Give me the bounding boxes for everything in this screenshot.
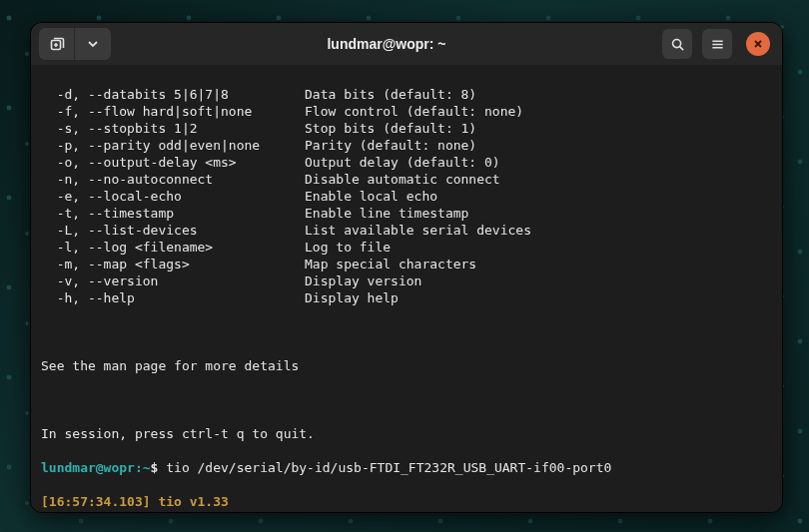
help-option-desc: Stop bits (default: 1) — [305, 120, 476, 137]
help-option-desc: Disable automatic connect — [305, 171, 500, 188]
help-option-row: -t, --timestampEnable line timestamp — [41, 205, 772, 222]
help-option-flag: -n, --no-autoconnect — [41, 171, 305, 188]
help-option-desc: Display version — [305, 272, 421, 289]
new-tab-button[interactable] — [39, 28, 75, 60]
help-option-flag: -o, --output-delay <ms> — [41, 154, 305, 171]
help-option-flag: -l, --log <filename> — [41, 239, 305, 256]
help-option-flag: -v, --version — [41, 272, 305, 289]
tio-version-line: [16:57:34.103] tio v1.33 — [41, 493, 772, 510]
terminal-window: lundmar@wopr: ~ -d, --databits 5|6|7|8Da — [30, 22, 783, 513]
search-button[interactable] — [662, 29, 692, 59]
tab-controls — [39, 28, 111, 60]
help-option-desc: Display help — [305, 289, 399, 306]
help-option-flag: -m, --map <flags> — [41, 256, 305, 272]
help-option-desc: Enable line timestamp — [305, 205, 468, 222]
help-option-row: -h, --helpDisplay help — [41, 289, 772, 306]
close-button[interactable] — [746, 32, 770, 56]
titlebar-right — [662, 29, 774, 59]
help-footer-1: See the man page for more details — [41, 357, 772, 374]
tab-dropdown-button[interactable] — [75, 28, 111, 60]
help-option-row: -e, --local-echoEnable local echo — [41, 188, 772, 205]
help-footer-2: In session, press ctrl-t q to quit. — [41, 425, 772, 442]
new-tab-icon — [49, 36, 65, 52]
help-option-desc: Enable local echo — [305, 188, 437, 205]
help-option-row: -f, --flow hard|soft|noneFlow control (d… — [41, 103, 772, 120]
help-option-desc: Output delay (default: 0) — [305, 154, 500, 171]
prompt-line: lundmar@wopr:~$ tio /dev/serial/by-id/us… — [41, 459, 772, 476]
svg-point-1 — [672, 39, 680, 47]
help-option-row: -l, --log <filename>Log to file — [41, 239, 772, 256]
menu-button[interactable] — [702, 29, 732, 59]
help-option-flag: -L, --list-devices — [41, 222, 305, 239]
help-option-desc: Parity (default: none) — [305, 137, 476, 154]
prompt-path: ~ — [143, 460, 151, 475]
terminal-content[interactable]: -d, --databits 5|6|7|8Data bits (default… — [31, 65, 782, 512]
help-option-desc: Map special characters — [305, 256, 476, 272]
window-title: lundmar@wopr: ~ — [117, 36, 656, 52]
hamburger-icon — [710, 37, 725, 52]
help-option-row: -m, --map <flags>Map special characters — [41, 256, 772, 272]
help-option-flag: -t, --timestamp — [41, 205, 305, 222]
help-option-row: -s, --stopbits 1|2Stop bits (default: 1) — [41, 120, 772, 137]
help-option-row: -p, --parity odd|even|noneParity (defaul… — [41, 137, 772, 154]
search-icon — [670, 37, 685, 52]
help-option-desc: List available serial devices — [305, 222, 531, 239]
help-option-flag: -e, --local-echo — [41, 188, 305, 205]
help-option-row: -L, --list-devicesList available serial … — [41, 222, 772, 239]
help-option-flag: -f, --flow hard|soft|none — [41, 103, 305, 120]
chevron-down-icon — [87, 38, 99, 50]
prompt-command: tio /dev/serial/by-id/usb-FTDI_FT232R_US… — [158, 460, 611, 475]
help-option-desc: Data bits (default: 8) — [305, 86, 476, 103]
help-option-row: -v, --versionDisplay version — [41, 272, 772, 289]
help-options: -d, --databits 5|6|7|8Data bits (default… — [41, 86, 772, 306]
help-option-flag: -d, --databits 5|6|7|8 — [41, 86, 305, 103]
prompt-user-host: lundmar@wopr: — [41, 460, 143, 475]
help-option-row: -n, --no-autoconnectDisable automatic co… — [41, 171, 772, 188]
blank-line — [41, 391, 772, 408]
help-option-flag: -p, --parity odd|even|none — [41, 137, 305, 154]
close-icon — [752, 38, 764, 50]
help-option-row: -d, --databits 5|6|7|8Data bits (default… — [41, 86, 772, 103]
titlebar: lundmar@wopr: ~ — [31, 23, 782, 65]
help-option-row: -o, --output-delay <ms>Output delay (def… — [41, 154, 772, 171]
help-option-flag: -h, --help — [41, 289, 305, 306]
help-option-flag: -s, --stopbits 1|2 — [41, 120, 305, 137]
blank-line — [41, 323, 772, 340]
help-option-desc: Flow control (default: none) — [305, 103, 523, 120]
help-option-desc: Log to file — [305, 239, 391, 256]
